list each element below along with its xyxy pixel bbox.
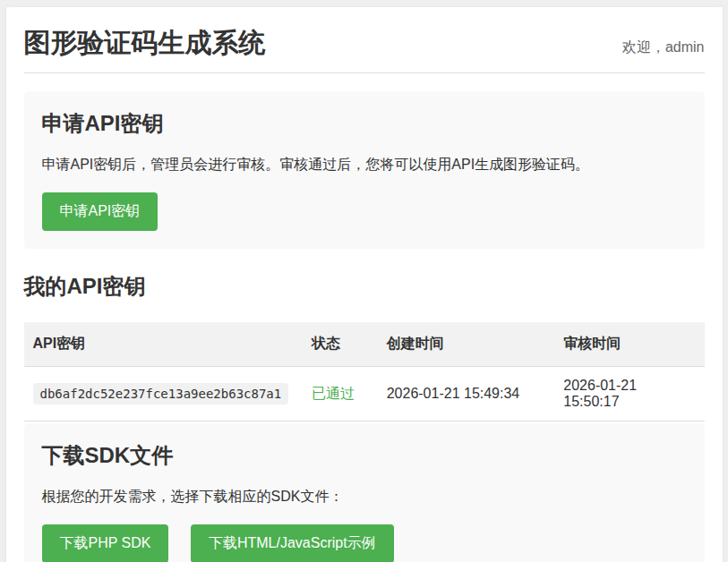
page-title: 图形验证码生成系统 [24,25,266,62]
column-header-api-key: API密钥 [24,322,304,367]
download-html-js-example-button[interactable]: 下载HTML/JavaScript示例 [191,524,394,562]
column-header-reviewed-at: 审核时间 [554,322,704,367]
welcome-text: 欢迎，admin [622,38,705,57]
apply-api-key-description: 申请API密钥后，管理员会进行审核。审核通过后，您将可以使用API生成图形验证码… [42,154,687,175]
reviewed-at-cell: 2026-01-21 15:50:17 [554,367,704,422]
page-header: 图形验证码生成系统 欢迎，admin [24,25,705,73]
download-sdk-description: 根据您的开发需求，选择下载相应的SDK文件： [42,486,687,507]
column-header-status: 状态 [303,322,378,367]
apply-api-key-card: 申请API密钥 申请API密钥后，管理员会进行审核。审核通过后，您将可以使用AP… [24,91,705,249]
table-row: db6af2dc52e237fce13a9ee2b63c87a1 已通过 202… [24,367,705,422]
api-keys-table-header: API密钥 状态 创建时间 审核时间 [24,322,705,367]
apply-api-key-button[interactable]: 申请API密钥 [42,192,158,231]
api-key-code: db6af2dc52e237fce13a9ee2b63c87a1 [33,383,289,404]
my-api-keys-heading: 我的API密钥 [24,272,705,301]
main-container: 图形验证码生成系统 欢迎，admin 申请API密钥 申请API密钥后，管理员会… [6,7,723,562]
download-sdk-heading: 下载SDK文件 [42,441,687,470]
api-keys-table-body: db6af2dc52e237fce13a9ee2b63c87a1 已通过 202… [24,367,705,422]
download-php-sdk-button[interactable]: 下载PHP SDK [42,524,169,562]
column-header-created-at: 创建时间 [378,322,555,367]
created-at-cell: 2026-01-21 15:49:34 [378,367,555,422]
apply-api-key-heading: 申请API密钥 [42,109,687,138]
status-cell: 已通过 [303,367,378,422]
download-sdk-card: 下载SDK文件 根据您的开发需求，选择下载相应的SDK文件： 下载PHP SDK… [24,423,705,562]
table-header-row: API密钥 状态 创建时间 审核时间 [24,322,705,367]
api-key-cell: db6af2dc52e237fce13a9ee2b63c87a1 [24,367,304,422]
api-keys-table: API密钥 状态 创建时间 审核时间 db6af2dc52e237fce13a9… [24,322,705,422]
status-badge: 已通过 [312,386,355,401]
